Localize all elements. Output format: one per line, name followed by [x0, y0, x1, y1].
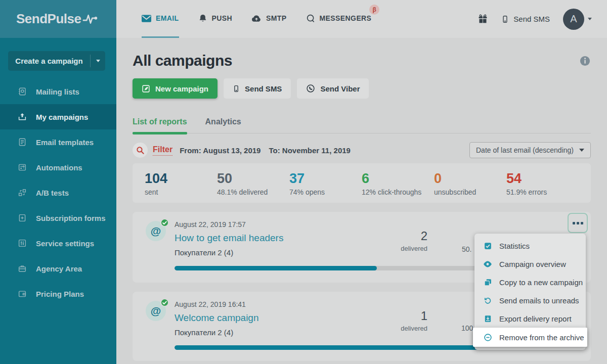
automation-icon	[17, 163, 27, 172]
summary-stats: 104 sent 50 48.1% delivered 37 74% opens…	[133, 163, 591, 203]
opened-percent-partial: 50.	[462, 245, 471, 253]
stat-value: 0	[434, 171, 506, 187]
brand-name: SendPulse	[16, 11, 81, 27]
sidebar-item-my-campaigns[interactable]: My campaigns	[0, 104, 116, 129]
sidebar-item-email-templates[interactable]: Email templates	[0, 129, 116, 155]
search-icon	[136, 146, 145, 155]
sidebar-nav: Mailing lists My campaigns Email templat…	[0, 79, 116, 306]
check-icon	[162, 221, 167, 225]
caret-down-icon	[579, 149, 584, 152]
stat-label: unsubscribed	[434, 188, 506, 196]
delivered-value: 2	[401, 229, 427, 243]
delivered-stat: 2 delivered	[401, 229, 427, 252]
filter-link[interactable]: Filter	[153, 145, 172, 156]
topbar: EMAIL PUSH SMTP MESSENGERS β Send SMS A	[116, 0, 607, 38]
wallet-icon	[17, 289, 27, 299]
brand-logo[interactable]: SendPulse	[16, 11, 99, 27]
send-sms-button-label: Send SMS	[245, 84, 282, 93]
sidebar-item-automations[interactable]: Automations	[0, 155, 116, 180]
product-nav: EMAIL PUSH SMTP MESSENGERS β	[142, 0, 371, 38]
menu-item-copy-campaign[interactable]: Copy to a new campaign	[474, 273, 586, 291]
sidebar-item-subscription-forms[interactable]: Subscription forms	[0, 205, 116, 231]
menu-item-campaign-overview[interactable]: Campaign overview	[474, 255, 586, 273]
beta-badge: β	[369, 5, 379, 15]
send-viber-button[interactable]: Send Viber	[297, 78, 369, 99]
new-campaign-label: New campaign	[155, 84, 208, 93]
menu-item-export-report[interactable]: Export delivery report	[474, 309, 586, 328]
tab-messengers-label: MESSENGERS	[320, 14, 372, 22]
menu-item-statistics[interactable]: Statistics	[474, 237, 586, 255]
stat-click-throughs: 6 12% click-throughs	[362, 171, 434, 196]
menu-item-send-to-unreads[interactable]: Send emails to unreads	[474, 291, 586, 309]
minus-circle-icon	[483, 333, 492, 342]
search-filter-button[interactable]	[133, 143, 148, 158]
sidebar-item-service-settings[interactable]: Service settings	[0, 231, 116, 256]
template-icon	[17, 138, 27, 147]
send-sms-label: Send SMS	[513, 15, 550, 23]
info-icon[interactable]	[579, 55, 591, 67]
avatar[interactable]: A	[563, 9, 584, 30]
create-campaign-button[interactable]: Create a campaign	[8, 51, 105, 71]
delivered-label: delivered	[401, 245, 427, 252]
progress-fill	[175, 266, 377, 270]
menu-item-remove-from-archive[interactable]: Remove from the archive	[473, 328, 587, 347]
export-download-icon	[483, 314, 492, 323]
sidebar-item-label: Agency Area	[36, 264, 82, 273]
settings-sliders-icon	[17, 239, 27, 248]
stat-opens: 37 74% opens	[289, 171, 362, 196]
filter-bar: Filter From: August 13, 2019 To: Novembe…	[133, 142, 591, 158]
menu-item-label: Send emails to unreads	[499, 296, 579, 305]
sent-check-badge	[160, 218, 169, 227]
send-sms-link[interactable]: Send SMS	[501, 14, 550, 24]
statistics-icon	[483, 241, 492, 250]
page-title: All campaigns	[133, 52, 591, 69]
stat-errors: 54 51.9% errors	[506, 171, 579, 196]
phone-icon	[501, 14, 509, 24]
chat-bubble-icon	[306, 14, 315, 23]
sidebar-item-agency-area[interactable]: Agency Area	[0, 256, 116, 281]
campaign-context-menu: Statistics Campaign overview Copy to a n…	[474, 234, 586, 350]
caret-down-icon	[588, 18, 592, 20]
address-book-icon	[17, 87, 27, 97]
briefcase-icon	[17, 264, 27, 274]
create-campaign-caret[interactable]	[91, 51, 105, 71]
tab-messengers[interactable]: MESSENGERS β	[306, 0, 372, 38]
sidebar-item-label: Subscription forms	[36, 214, 106, 222]
campaign-options-button[interactable]	[568, 213, 588, 233]
tab-push[interactable]: PUSH	[198, 0, 233, 38]
tab-smtp[interactable]: SMTP	[251, 0, 287, 38]
resend-icon	[483, 296, 492, 305]
pulse-icon	[82, 13, 99, 25]
gift-icon[interactable]	[478, 14, 488, 24]
menu-item-label: Export delivery report	[499, 314, 572, 323]
stat-label: 74% opens	[289, 188, 362, 196]
tab-analytics[interactable]: Analytics	[205, 117, 241, 133]
sidebar-item-mailing-lists[interactable]: Mailing lists	[0, 79, 116, 104]
envelope-icon	[142, 15, 151, 22]
stat-label: sent	[145, 188, 217, 196]
send-sms-button[interactable]: Send SMS	[224, 78, 291, 99]
topbar-right: Send SMS A	[478, 9, 592, 30]
tab-email[interactable]: EMAIL	[142, 0, 179, 38]
sent-check-badge	[160, 298, 169, 307]
bell-icon	[198, 14, 207, 23]
sidebar-item-label: Email templates	[36, 138, 94, 147]
sort-select[interactable]: Date of last email (descending)	[469, 142, 591, 158]
sidebar-item-ab-tests[interactable]: A/B tests	[0, 180, 116, 205]
caret-down-icon	[96, 60, 100, 62]
eye-icon	[483, 259, 492, 268]
at-sign-glyph: @	[151, 225, 161, 237]
new-campaign-button[interactable]: New campaign	[133, 78, 218, 99]
at-sign-glyph: @	[151, 305, 161, 317]
viber-icon	[306, 84, 315, 93]
tab-list-of-reports[interactable]: List of reports	[133, 117, 187, 133]
sidebar-item-label: My campaigns	[36, 113, 88, 121]
delivered-stat: 1 delivered	[401, 309, 427, 332]
stat-label: 48.1% delivered	[217, 188, 289, 196]
stat-label: 51.9% errors	[506, 188, 579, 196]
account-menu[interactable]: A	[563, 9, 592, 30]
tab-push-label: PUSH	[212, 14, 233, 22]
sidebar-item-pricing-plans[interactable]: Pricing Plans	[0, 281, 116, 306]
compose-icon	[142, 84, 150, 93]
cloud-upload-icon	[251, 14, 262, 22]
